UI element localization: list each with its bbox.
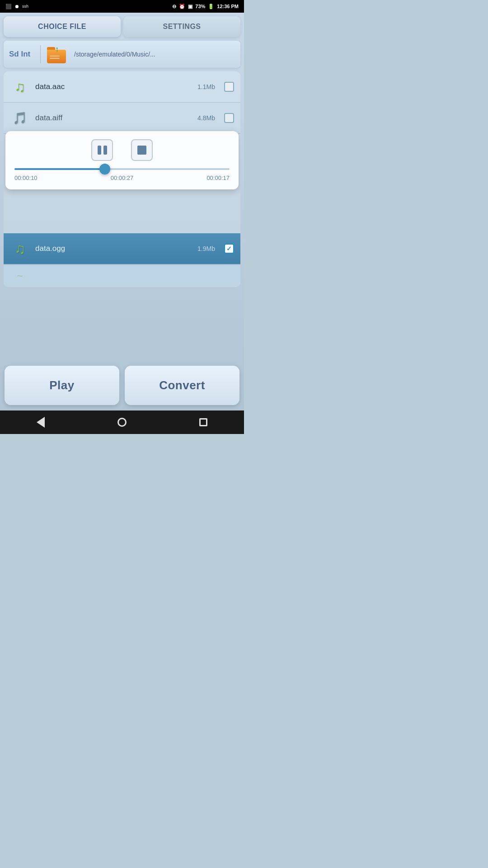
file-name-aiff: data.aiff — [35, 113, 192, 123]
music-icon-ogg: ♫ — [10, 239, 30, 259]
file-size-ogg: 1.9Mb — [197, 245, 215, 252]
main-content: CHOICE FILE SETTINGS Sd Int ↑ /storage/e… — [0, 13, 244, 410]
time-labels: 00:00:10 00:00:27 00:00:17 — [14, 175, 230, 181]
back-icon — [37, 417, 45, 428]
recents-button[interactable] — [194, 413, 212, 431]
battery-percent: 73% — [195, 4, 205, 9]
sd-label: Sd Int — [9, 50, 34, 59]
vertical-divider — [40, 45, 41, 63]
play-button[interactable]: Play — [5, 366, 119, 405]
time-start: 00:00:10 — [14, 175, 38, 181]
recents-icon — [199, 418, 207, 426]
bottom-buttons: Play Convert — [0, 360, 244, 410]
pause-icon — [98, 146, 107, 155]
music-icon-aac: ♫ — [10, 77, 30, 97]
seek-fill — [14, 168, 105, 170]
no-sim-icon: ▣ — [188, 4, 192, 9]
seek-thumb[interactable] — [99, 164, 110, 175]
home-icon — [117, 418, 127, 427]
file-list: ♫ data.aac 1.1Mb 🎵 data.aiff 4.8Mb — [4, 71, 240, 287]
convert-button[interactable]: Convert — [125, 366, 239, 405]
ssh-icon: ssh — [22, 4, 28, 9]
player-overlay: 00:00:10 00:00:27 00:00:17 — [5, 131, 239, 189]
status-bar: ⬛ ⏺ ssh ⊖ ⏰ ▣ 73% 🔋 12:36 PM — [0, 0, 244, 13]
clock: 12:36 PM — [217, 4, 239, 9]
player-controls — [14, 139, 230, 161]
checkbox-ogg[interactable] — [224, 244, 234, 254]
upload-arrow-icon: ↑ — [55, 45, 59, 53]
music-icon-aiff: 🎵 — [10, 108, 30, 128]
file-size-aac: 1.1Mb — [197, 83, 215, 90]
choice-file-tab[interactable]: CHOICE FILE — [4, 16, 121, 37]
file-name-aac: data.aac — [35, 82, 192, 91]
music-icon-partial: ~ — [10, 266, 30, 286]
file-item-aac[interactable]: ♫ data.aac 1.1Mb — [4, 71, 240, 103]
alarm-icon: ⏰ — [179, 4, 185, 9]
record-icon: ⏺ — [14, 4, 19, 9]
storage-path: /storage/emulated/0/Music/... — [74, 51, 235, 58]
status-left-icons: ⬛ ⏺ ssh — [5, 4, 28, 9]
time-remaining: 00:00:17 — [206, 175, 230, 181]
checkbox-aiff[interactable] — [224, 113, 234, 123]
tab-row: CHOICE FILE SETTINGS — [0, 13, 244, 37]
settings-tab[interactable]: SETTINGS — [123, 16, 240, 37]
back-button[interactable] — [32, 413, 50, 431]
seek-track — [14, 168, 230, 170]
nav-bar — [0, 410, 244, 434]
file-name-ogg: data.ogg — [35, 244, 192, 253]
status-right-info: ⊖ ⏰ ▣ 73% 🔋 12:36 PM — [172, 4, 239, 9]
home-button[interactable] — [113, 413, 131, 431]
pause-button[interactable] — [91, 139, 113, 161]
checkbox-aac[interactable] — [224, 82, 234, 92]
file-item-aiff[interactable]: 🎵 data.aiff 4.8Mb — [4, 103, 240, 134]
seek-bar[interactable] — [14, 168, 230, 170]
folder-icon: ↑ — [47, 45, 67, 63]
stop-button[interactable] — [131, 139, 153, 161]
storage-row[interactable]: Sd Int ↑ /storage/emulated/0/Music/... — [4, 41, 240, 68]
time-current: 00:00:27 — [111, 175, 134, 181]
stop-icon — [137, 146, 146, 155]
photo-icon: ⬛ — [5, 4, 12, 9]
battery-icon: 🔋 — [208, 4, 214, 9]
file-item-ogg[interactable]: ♫ data.ogg 1.9Mb — [4, 233, 240, 264]
file-item-partial: ~ — [4, 264, 240, 287]
file-size-aiff: 4.8Mb — [197, 114, 215, 122]
do-not-disturb-icon: ⊖ — [172, 4, 176, 9]
